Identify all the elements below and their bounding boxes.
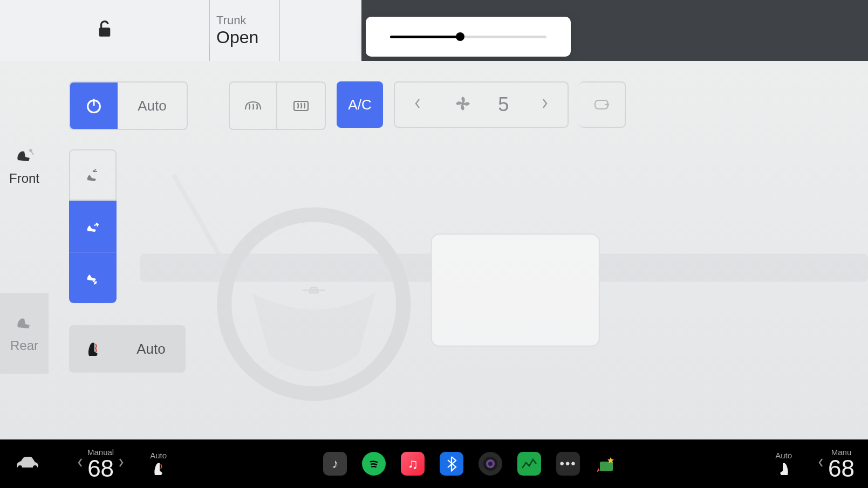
airflow-body-icon: [84, 218, 101, 234]
right-temp-value: 68: [828, 457, 855, 480]
airflow-face-icon: [84, 167, 101, 183]
toybox-icon: [596, 454, 618, 473]
chevron-left-icon: [77, 458, 83, 468]
left-temp-up-button[interactable]: [114, 457, 128, 471]
app-spotify[interactable]: [362, 452, 386, 476]
seat-heat-icon: [85, 340, 101, 358]
chevron-right-icon: [542, 98, 548, 109]
recirculate-button[interactable]: [579, 81, 626, 128]
zone-rear-label: Rear: [10, 338, 38, 353]
power-auto-group: Auto: [69, 81, 188, 130]
airflow-direction-group: [69, 149, 117, 303]
volume-slider[interactable]: [390, 36, 546, 38]
airflow-face-button[interactable]: [69, 149, 117, 201]
header-left: Trunk Open: [0, 0, 361, 61]
app-apple-music[interactable]: ♫: [401, 452, 425, 476]
bottom-dock: Manual 68 Auto ♪ ♫ ••• Auto: [0, 439, 868, 488]
zone-front-label: Front: [9, 171, 39, 186]
fan-speed-group: 5: [394, 81, 569, 128]
airflow-feet-button[interactable]: [69, 252, 117, 303]
trunk-label: Trunk: [216, 13, 279, 28]
header: Trunk Open: [0, 0, 868, 61]
svg-rect-3: [432, 234, 599, 346]
bluetooth-icon: [446, 456, 457, 472]
app-music[interactable]: ♪: [323, 452, 347, 476]
right-seat-mode: Auto: [775, 451, 792, 460]
interior-illustration: [140, 142, 868, 439]
seat-heat-auto-button[interactable]: Auto: [117, 325, 186, 373]
fan-decrease-button[interactable]: [408, 97, 427, 112]
ac-button[interactable]: A/C: [337, 81, 383, 128]
lock-section: [0, 0, 209, 61]
spotify-icon: [366, 456, 381, 471]
app-all-apps[interactable]: •••: [556, 452, 580, 476]
seat-heat-left-icon: [152, 460, 166, 477]
trunk-status: Open: [216, 28, 279, 47]
camera-lens-icon: [482, 455, 499, 472]
app-tray: ♪ ♫ •••: [323, 452, 619, 476]
left-seat-mode: Auto: [150, 451, 167, 460]
left-temp[interactable]: Manual 68: [87, 448, 114, 480]
trunk-control[interactable]: Trunk Open: [209, 0, 279, 61]
front-defrost-icon: [243, 98, 263, 114]
energy-chart-icon: [521, 457, 537, 470]
seat-front-icon: [13, 146, 35, 166]
chevron-right-icon: [118, 458, 124, 468]
zone-nav: Front Rear: [0, 126, 49, 374]
header-right: [361, 0, 868, 61]
svg-rect-15: [600, 462, 613, 471]
recirculate-icon: [593, 97, 611, 112]
svg-rect-4: [442, 366, 577, 439]
svg-point-9: [461, 102, 464, 105]
auto-climate-button[interactable]: Auto: [118, 83, 187, 129]
right-temp-down-button[interactable]: [814, 457, 828, 471]
left-temp-value: 68: [87, 457, 114, 480]
chevron-left-icon: [414, 98, 421, 109]
power-icon: [85, 97, 103, 115]
car-icon[interactable]: [13, 455, 40, 473]
svg-rect-0: [99, 28, 111, 37]
more-icon: •••: [560, 456, 577, 471]
fan-increase-button[interactable]: [535, 97, 555, 112]
airflow-body-button[interactable]: [69, 201, 117, 252]
power-button[interactable]: [70, 83, 118, 129]
zone-front-tab[interactable]: Front: [0, 126, 49, 207]
svg-point-13: [488, 462, 493, 466]
unlock-icon[interactable]: [96, 20, 113, 42]
seat-heat-group: Auto: [69, 325, 186, 373]
apple-music-icon: ♫: [407, 456, 418, 472]
seat-heat-right-icon: [777, 460, 791, 477]
rear-defrost-button[interactable]: [277, 83, 325, 129]
fan-icon: [454, 94, 472, 115]
right-temp[interactable]: Manu 68: [828, 448, 855, 480]
front-defrost-button[interactable]: [230, 83, 277, 129]
airflow-feet-icon: [84, 269, 101, 285]
seat-heat-button[interactable]: [69, 325, 117, 373]
rear-defrost-icon: [291, 98, 311, 114]
volume-card: [366, 17, 571, 57]
chevron-left-icon: [818, 458, 824, 468]
slider-thumb[interactable]: [456, 32, 464, 41]
left-temp-down-button[interactable]: [73, 457, 87, 471]
right-seat-heat[interactable]: Auto: [770, 451, 797, 477]
climate-controls-row: Auto A/C 5: [69, 81, 626, 130]
defrost-group: [229, 81, 326, 130]
fan-speed-value: 5: [498, 93, 509, 116]
svg-marker-14: [597, 468, 600, 472]
music-note-icon: ♪: [332, 456, 338, 471]
app-bluetooth[interactable]: [440, 452, 463, 476]
climate-panel: Front Rear Auto A/C: [0, 61, 868, 439]
zone-rear-tab[interactable]: Rear: [0, 293, 49, 374]
app-dashcam[interactable]: [479, 452, 502, 476]
app-energy[interactable]: [517, 452, 541, 476]
seat-rear-icon: [13, 313, 35, 333]
left-seat-heat[interactable]: Auto: [145, 451, 172, 477]
app-toybox[interactable]: [595, 452, 619, 476]
